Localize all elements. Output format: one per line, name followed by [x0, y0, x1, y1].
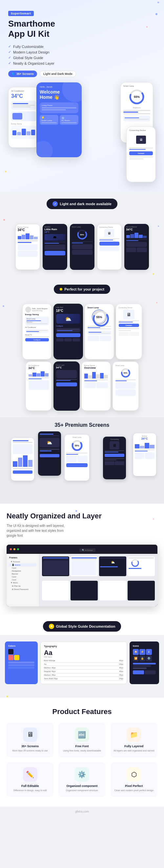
perfect-phone-1: Hello, Jacob Bergson Good Morning Energy… [22, 304, 52, 360]
sc-phone-2: ⛅ [38, 431, 61, 476]
style-guide-badge-section: ★ Global Style Guide Documentation [0, 615, 164, 635]
light-dark-badge: ✓ Light and dark mode available [46, 198, 118, 209]
colors-card-title: Colors [8, 645, 34, 647]
sc-phone-1 [11, 438, 34, 480]
screens-phones-area: ⛅ Smart Lamp 55% [3, 431, 161, 497]
figma-mockup: 🔍 In Group Frames ▼ Account 📱 Mobile Car… [6, 545, 158, 606]
color-swatches [8, 649, 34, 669]
figma-close-dot [10, 548, 12, 550]
sc-phone-5: Energy 34°C [133, 433, 156, 476]
phone-ld-dark: Weather Little Rain 18°C 🌧 [43, 224, 67, 270]
sc-phone-3: Smart Lamp 55% [65, 435, 89, 480]
style-guide-badge: ★ Global Style Guide Documentation [43, 621, 121, 632]
feature-layered-name: Fully Layered [113, 745, 155, 748]
figma-frame-4 [128, 556, 155, 576]
brand-badge: SuperSemart [8, 11, 34, 16]
sc-phone-4: Connecting 🖥 [103, 437, 126, 479]
edit-icon: ✏️ [26, 771, 34, 778]
typo-line-1: Bold 4Xlarge40px [44, 659, 123, 662]
icon-wifi: 📶 [133, 656, 139, 661]
check-icon-1: ✓ [8, 44, 11, 49]
icons-card-title: Icons [133, 645, 156, 647]
typo-line-2: Aa18px [44, 662, 123, 666]
feature-layered: 📁 Fully Layered All layers are well orga… [110, 722, 158, 757]
decor-p2 [156, 302, 158, 303]
figma-canvas: ⛅ [39, 554, 158, 606]
feature-item-1: ✓ Fully Customizable [8, 44, 156, 49]
swatch-blue [14, 649, 19, 654]
features-title: Product Features [6, 708, 158, 716]
font-icon: 🔤 [78, 731, 86, 739]
figma-content-area: Frames ▼ Account 📱 Mobile Card Navigatio… [6, 554, 158, 606]
footer-watermark: gfxtra.com [0, 807, 164, 816]
feature-item-4: ✓ Neatly & Organized Layer [8, 60, 156, 66]
perfect-phone-7: Energy Saving Overview [81, 362, 111, 411]
phone-right-bottom: Connecting Device 🖥 Connect [126, 126, 156, 182]
figma-frame-8 [128, 581, 155, 600]
feature-component-desc: Organized component structure [61, 789, 103, 792]
light-dark-badge-section: ✓ Light and dark mode available [0, 192, 164, 216]
swatch-dark [8, 649, 13, 654]
perfect-badge-section: Perfect for your project [0, 278, 164, 300]
perfect-badge: Perfect for your project [54, 285, 110, 294]
swatch-yellow [14, 655, 19, 660]
icon-home: 🏠 [133, 649, 139, 655]
component-icon: ⚙️ [78, 771, 86, 778]
phone-ld-dark2: Smart Lamp 55% [70, 224, 95, 270]
typo-line-3: Medium 40px40px [44, 666, 123, 670]
feature-screens-icon-wrap: 🖥 [23, 727, 37, 742]
decor-p1 [3, 305, 4, 307]
feature-font-desc: Using free fonts, easily downloadable [61, 749, 103, 752]
feature-font-name: Free Font [61, 745, 103, 748]
screens-badge: 🔷 35+ Screens [8, 70, 37, 77]
typography-card: Typography Aa DM Sans Bold 4Xlarge40px A… [40, 642, 127, 684]
mode-badge: Light and Dark Mode [40, 70, 76, 77]
feature-font: 🔤 Free Font Using free fonts, easily dow… [58, 722, 105, 757]
figma-frame-7 [99, 581, 126, 600]
icons-card: Icons 🏠 ⚡ 🌡 📶 🔒 ⚙️ [130, 642, 159, 684]
product-features-section: Product Features 🖥 35+ Screens More than… [0, 698, 164, 807]
feature-layered-icon-wrap: 📁 [127, 727, 141, 742]
icon-lock: 🔒 [139, 656, 145, 661]
decor-dot-1 [156, 13, 158, 15]
phone-ld-connect: Connecting Device 🖥 [97, 224, 122, 270]
screens-icon: 🖥 [27, 731, 33, 738]
typo-line-6: Semi Bold 24px24px [44, 677, 123, 681]
phone-ld-1: Energy Saving 34°C [15, 224, 40, 270]
phone-ld-energy-dark: Air Conditioner 34°C [124, 224, 149, 270]
perfect-row-1: Hello, Jacob Bergson Good Morning Energy… [5, 304, 159, 360]
pixel-icon: ⬡ [131, 771, 137, 778]
style-cards-row: Colors Typography Aa [5, 642, 159, 684]
feature-editable-name: Full Editable [9, 784, 51, 787]
figma-frame-1 [42, 556, 69, 576]
figma-frame-3: ⛅ [99, 556, 126, 576]
figma-icon: 🔷 [11, 72, 15, 75]
decor-d3 [153, 273, 154, 275]
style-guide-section: Colors Typography Aa [0, 635, 164, 692]
colors-card: Colors [5, 642, 38, 684]
perfect-phone-3: Smart Lamp 55% [85, 304, 114, 360]
feature-item-3: ✓ Global Style Guide [8, 55, 156, 60]
perfect-phone-8: Smart Lamp 55% [112, 362, 139, 411]
typo-font-name: DM Sans [44, 656, 123, 658]
feature-font-icon-wrap: 🔤 [75, 727, 89, 742]
typo-aa-large: Aa [44, 649, 123, 656]
decor-sg1 [158, 2, 159, 3]
feature-editable-icon-wrap: ✏️ [23, 767, 37, 782]
typo-line-5: Medium 48px48px [44, 673, 123, 677]
typo-line-4: Regular 40px40px [44, 670, 123, 673]
feature-list: ✓ Fully Customizable ✓ Modern Layout Des… [8, 44, 156, 66]
decor-dot-3 [5, 171, 6, 172]
feature-editable-desc: Difference in design, easy to edit [9, 789, 51, 792]
light-dark-section: Energy Saving 34°C Weather Little Rai [0, 216, 164, 278]
feature-pixel-name: Pixel Perfect [113, 784, 155, 787]
light-dark-phones-grid: Energy Saving 34°C Weather Little Rai [6, 224, 158, 270]
icon-bolt: ⚡ [139, 649, 145, 655]
yellow-dot [60, 288, 62, 290]
figma-expand-dot [17, 548, 19, 550]
perfect-phone-5: Air Conditioner 34°C [26, 362, 52, 411]
figma-layers-panel: Frames ▼ Account 📱 Mobile Card Navigatio… [6, 554, 39, 606]
dots-divider [0, 692, 164, 698]
phone-left: Air Conditioner 34°C Energy Saving [8, 87, 39, 148]
perfect-section: Hello, Jacob Bergson Good Morning Energy… [0, 300, 164, 417]
